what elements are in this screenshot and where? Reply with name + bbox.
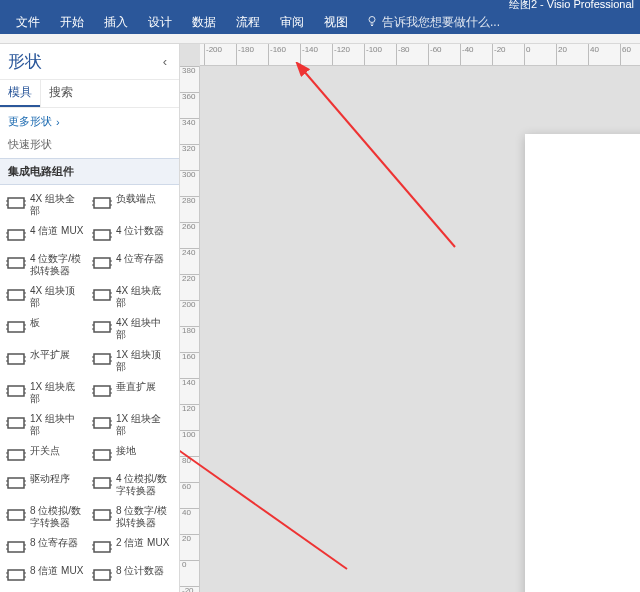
shape-item[interactable]: 4 位数字/模拟转换器 [2, 249, 88, 281]
tell-me[interactable]: 告诉我您想要做什么... [366, 14, 500, 31]
menu-view[interactable]: 视图 [314, 10, 358, 34]
shape-label: 4X 组块底部 [116, 285, 170, 309]
shape-item[interactable]: 8 位计数器 [88, 561, 174, 589]
vruler-tick: 260 [180, 222, 199, 231]
shape-item[interactable]: 板 [2, 313, 88, 345]
shape-label: 4 位计数器 [116, 225, 170, 237]
shape-item[interactable]: 4 位计数器 [88, 221, 174, 249]
shape-label: 4 位数字/模拟转换器 [30, 253, 84, 277]
ribbon-gap [0, 34, 640, 44]
lightbulb-icon [366, 15, 378, 30]
shape-item[interactable]: 1X 组块中部 [2, 409, 88, 441]
shape-item[interactable]: 1X 组块顶部 [88, 345, 174, 377]
shape-item[interactable]: 4X 组块顶部 [2, 281, 88, 313]
shape-icon [6, 445, 26, 465]
hruler-tick: 40 [588, 44, 599, 65]
hruler-tick: -160 [268, 44, 286, 65]
shape-icon [92, 537, 112, 557]
shape-label: 垂直扩展 [116, 381, 170, 393]
shape-item[interactable]: 2 信道 MUX [88, 533, 174, 561]
svg-rect-81 [8, 450, 24, 460]
menu-file[interactable]: 文件 [6, 10, 50, 34]
shape-item[interactable]: 8 信道 MUX [2, 561, 88, 589]
shape-label: 水平扩展 [30, 349, 84, 361]
hruler-tick: -60 [428, 44, 442, 65]
horizontal-ruler: -200-180-160-140-120-100-80-60-40-200204… [200, 44, 640, 66]
quick-shapes-link[interactable]: 快速形状 [0, 135, 179, 158]
hruler-tick: -100 [364, 44, 382, 65]
shape-label: 驱动程序 [30, 473, 84, 485]
shape-label: 4 位寄存器 [116, 253, 170, 265]
shape-item[interactable]: 4X 组块全部 [2, 189, 88, 221]
shapes-grid: 4X 组块全部负载端点4 信道 MUX4 位计数器4 位数字/模拟转换器4 位寄… [0, 185, 179, 592]
shape-item[interactable]: 接地 [88, 441, 174, 469]
shape-item[interactable]: 1X 组块底部 [2, 377, 88, 409]
shape-item[interactable]: 8 位数字/模拟转换器 [88, 501, 174, 533]
shape-label: 8 位模拟/数字转换器 [30, 505, 84, 529]
shape-item[interactable]: 水平扩展 [2, 345, 88, 377]
annotation-arrow-top [295, 62, 475, 252]
shape-icon [6, 565, 26, 585]
shape-label: 4X 组块全部 [30, 193, 84, 217]
shape-item[interactable]: 4 位寄存器 [88, 249, 174, 281]
vruler-tick: 200 [180, 300, 199, 309]
hruler-tick: -180 [236, 44, 254, 65]
svg-rect-111 [8, 542, 24, 552]
shape-label: 1X 组块顶部 [116, 349, 170, 373]
shapes-pane-title: 形状 [8, 50, 159, 73]
tab-search[interactable]: 搜索 [41, 80, 81, 107]
shape-icon [6, 473, 26, 493]
shape-item[interactable]: 8 位寄存器 [2, 533, 88, 561]
shape-item[interactable]: 开关点 [2, 441, 88, 469]
svg-line-141 [303, 70, 455, 247]
drawing-page[interactable] [525, 134, 640, 592]
svg-rect-91 [8, 478, 24, 488]
svg-point-0 [369, 16, 375, 22]
shape-label: 8 位寄存器 [30, 537, 84, 549]
vruler-tick: 380 [180, 66, 199, 75]
hruler-tick: 60 [620, 44, 631, 65]
svg-rect-116 [94, 542, 110, 552]
annotation-arrow-bottom [180, 429, 352, 579]
more-shapes-link[interactable]: 更多形状 › [0, 108, 179, 135]
menu-insert[interactable]: 插入 [94, 10, 138, 34]
shape-item[interactable]: 4 位模拟/数字转换器 [88, 469, 174, 501]
shape-item[interactable]: 垂直扩展 [88, 377, 174, 409]
menu-process[interactable]: 流程 [226, 10, 270, 34]
stencil-header[interactable]: 集成电路组件 [0, 158, 179, 185]
shape-label: 1X 组块全部 [116, 413, 170, 437]
shape-label: 4 位模拟/数字转换器 [116, 473, 170, 497]
shape-item[interactable]: 4 信道 MUX [2, 221, 88, 249]
collapse-icon[interactable]: ‹ [159, 54, 171, 69]
shape-item[interactable]: 1X 组块全部 [88, 409, 174, 441]
shape-icon [92, 349, 112, 369]
shape-icon [6, 413, 26, 433]
shape-item[interactable]: 8 位模拟/数字转换器 [2, 501, 88, 533]
shape-label: 开关点 [30, 445, 84, 457]
vruler-tick: 360 [180, 92, 199, 101]
shapes-pane-header: 形状 ‹ [0, 44, 179, 80]
vruler-tick: 340 [180, 118, 199, 127]
shape-item[interactable]: 驱动程序 [2, 469, 88, 501]
shapes-pane: 形状 ‹ 模具 搜索 更多形状 › 快速形状 集成电路组件 4X 组块全部负载端… [0, 44, 180, 592]
svg-rect-16 [94, 230, 110, 240]
shape-icon [92, 505, 112, 525]
shape-label: 4X 组块顶部 [30, 285, 84, 309]
shape-icon [92, 473, 112, 493]
menu-design[interactable]: 设计 [138, 10, 182, 34]
canvas-area[interactable]: -200-180-160-140-120-100-80-60-40-200204… [180, 44, 640, 592]
shape-item[interactable]: 4X 组块中部 [88, 313, 174, 345]
menu-review[interactable]: 审阅 [270, 10, 314, 34]
window-title: 绘图2 - Visio Professional [509, 0, 634, 9]
shape-item[interactable]: 负载端点 [88, 189, 174, 221]
tab-stencils[interactable]: 模具 [0, 80, 40, 107]
shape-item[interactable]: 4X 组块底部 [88, 281, 174, 313]
menu-home[interactable]: 开始 [50, 10, 94, 34]
svg-rect-56 [94, 354, 110, 364]
menubar: 文件 开始 插入 设计 数据 流程 审阅 视图 告诉我您想要做什么... [0, 10, 640, 34]
vruler-tick: 60 [180, 482, 199, 491]
menu-data[interactable]: 数据 [182, 10, 226, 34]
vruler-tick: 80 [180, 456, 199, 465]
shape-icon [6, 381, 26, 401]
vruler-tick: 280 [180, 196, 199, 205]
